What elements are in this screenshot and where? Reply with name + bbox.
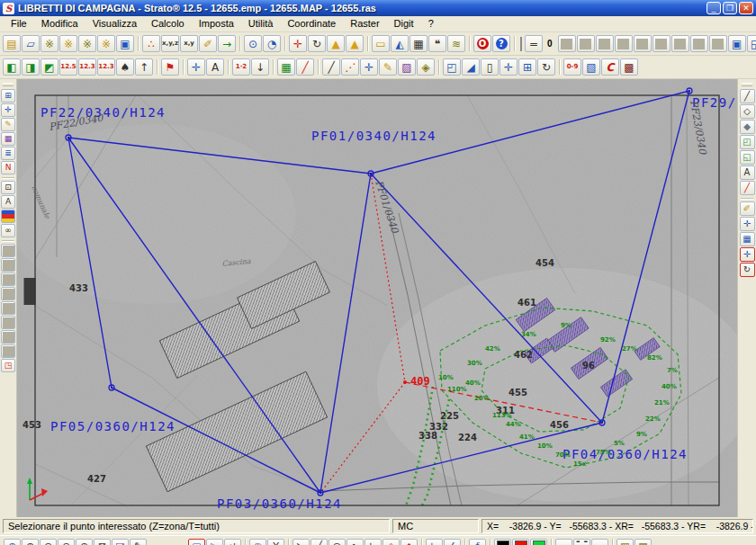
red-segment-icon[interactable]: ╱: [296, 58, 314, 76]
toolbar-handle[interactable]: [3, 83, 14, 86]
zoom-extents-icon[interactable]: ⊠: [94, 539, 111, 545]
eraser-icon[interactable]: ◪: [112, 539, 129, 545]
comment-icon[interactable]: ❝: [428, 35, 446, 52]
help-icon[interactable]: ?: [492, 35, 510, 52]
vertex-edit-icon[interactable]: ⋋: [292, 539, 310, 545]
zoom-search-icon[interactable]: ⊙: [244, 35, 262, 52]
mini-layers-icon[interactable]: ◳: [1, 359, 15, 372]
hatch1-icon[interactable]: ▨: [616, 539, 634, 545]
zoom-previous-icon[interactable]: ⊛: [76, 539, 93, 545]
draw-brush-icon[interactable]: ✎: [379, 58, 397, 76]
axis-l-icon[interactable]: ∟: [426, 539, 443, 545]
menu-file[interactable]: File: [4, 17, 34, 31]
digits-icon[interactable]: 0-9: [563, 58, 581, 76]
close-button[interactable]: ✕: [739, 2, 753, 14]
refresh-ring-icon[interactable]: ◔: [263, 35, 281, 52]
draw-line-icon[interactable]: ╱: [740, 89, 755, 103]
line-weight-icon[interactable]: =: [525, 35, 543, 52]
new-document-icon[interactable]: ▱: [22, 35, 40, 52]
red-point-409[interactable]: [403, 380, 407, 384]
edit-pencil-icon[interactable]: ✐: [199, 35, 217, 52]
line-dotted-icon[interactable]: ·····: [591, 539, 608, 545]
menu-digit[interactable]: Digit: [387, 17, 421, 31]
menu-coordinate[interactable]: Coordinate: [280, 17, 343, 31]
palette-icon[interactable]: ▨: [398, 58, 416, 76]
brush-icon[interactable]: ✐: [740, 201, 755, 216]
segment-icon[interactable]: ╱: [310, 539, 328, 545]
rotate-ring-icon[interactable]: ↻: [308, 35, 326, 52]
points-xyz-icon[interactable]: x,y,z: [161, 35, 179, 52]
measure-line-icon[interactable]: ╱: [322, 58, 340, 76]
move-point-icon[interactable]: ✛: [187, 58, 205, 76]
eye-icon[interactable]: ◉: [249, 539, 266, 545]
restore-button[interactable]: ❐: [723, 2, 737, 14]
move-object-icon[interactable]: ✛: [740, 217, 755, 231]
layers-icon[interactable]: ◱: [747, 35, 756, 52]
move-red-icon[interactable]: ✛: [740, 247, 755, 262]
binoculars-icon[interactable]: ∞: [1, 224, 15, 237]
zoom-plus-icon[interactable]: ⊕: [22, 539, 39, 545]
warning-zone-icon[interactable]: ▲: [327, 35, 345, 52]
station-list-icon[interactable]: ※: [97, 35, 115, 52]
quota-up-icon[interactable]: 12.5: [59, 58, 77, 76]
save-icon[interactable]: ▣: [116, 35, 134, 52]
polygon-close-icon[interactable]: ◆: [400, 539, 418, 545]
station-open-icon[interactable]: ※: [59, 35, 77, 52]
raster-right-icon[interactable]: ◨: [22, 58, 40, 76]
zoom-window-icon[interactable]: ⊞: [1, 89, 15, 103]
text-box-icon[interactable]: A: [206, 58, 224, 76]
tree-icon[interactable]: ♠: [116, 58, 134, 76]
color-red-swatch[interactable]: [512, 539, 529, 545]
pan-icon[interactable]: ✛: [1, 103, 15, 117]
station-new-icon[interactable]: ※: [40, 35, 58, 52]
return-icon[interactable]: ↵: [224, 539, 241, 545]
pattern-icon[interactable]: ◈: [417, 58, 435, 76]
export-icon[interactable]: →: [218, 35, 236, 52]
menu-raster[interactable]: Raster: [343, 17, 386, 31]
red-line-icon[interactable]: ╱: [740, 181, 755, 195]
quota-swap-icon[interactable]: 12.3: [97, 58, 115, 76]
toolbar-handle[interactable]: [742, 83, 752, 86]
raster-left-icon[interactable]: ◧: [3, 58, 21, 76]
drop-point-icon[interactable]: ↓: [251, 58, 269, 76]
station-edit-icon[interactable]: ※: [78, 35, 96, 52]
color-green-swatch[interactable]: [530, 539, 547, 545]
flag-icon[interactable]: ⚑: [161, 58, 179, 76]
menu-modifica[interactable]: Modifica: [34, 17, 86, 31]
curve-f-icon[interactable]: ƒ: [469, 539, 486, 545]
current-color-swatch[interactable]: [520, 37, 522, 51]
label-a-icon[interactable]: A: [1, 195, 15, 209]
slope-icon[interactable]: ◢: [462, 58, 480, 76]
zoom-dynamic-icon[interactable]: ⊙: [58, 539, 75, 545]
move-cross-icon[interactable]: ✛: [289, 35, 307, 52]
raster-image-icon[interactable]: ▣: [728, 35, 746, 52]
points-view-icon[interactable]: ∴: [142, 35, 160, 52]
dark-grid-icon[interactable]: ▩: [620, 58, 638, 76]
pencil-icon[interactable]: ✎: [130, 539, 147, 545]
small-grid-icon[interactable]: ▦: [740, 232, 755, 246]
hatch2-icon[interactable]: ▩: [634, 539, 652, 545]
move-all-icon[interactable]: ✛: [360, 58, 378, 76]
renumber-icon[interactable]: 1·2: [232, 58, 250, 76]
north-n-icon[interactable]: N: [1, 161, 15, 174]
raster-frame-icon[interactable]: ▦: [277, 58, 295, 76]
arc-icon[interactable]: ◠: [328, 539, 346, 545]
zoom-out-icon[interactable]: ⊖: [40, 539, 57, 545]
color-black-swatch[interactable]: [494, 539, 511, 545]
quota-down-icon[interactable]: 12.3: [78, 58, 96, 76]
survey-map[interactable]: 409 PF22/0340/H124PF01/0340/H124PF29/lPF…: [17, 79, 737, 517]
text-a-icon[interactable]: A: [740, 165, 755, 180]
paste-object-icon[interactable]: ◱: [740, 150, 755, 165]
area-icon[interactable]: ▧: [582, 58, 600, 76]
add-point-icon[interactable]: ✎: [1, 118, 15, 131]
copy-object-icon[interactable]: ◰: [740, 135, 755, 149]
select-arrow-icon[interactable]: ▷: [206, 539, 223, 545]
angle-icon[interactable]: ∟: [364, 539, 382, 545]
text-lines-icon[interactable]: ≣: [1, 147, 15, 160]
menu-visualizza[interactable]: Visualizza: [86, 17, 144, 31]
libretti-table-icon[interactable]: ▤: [3, 35, 21, 52]
rotate-red-icon[interactable]: ↻: [740, 263, 755, 277]
menu-imposta[interactable]: Imposta: [192, 17, 241, 31]
menu-calcolo[interactable]: Calcolo: [144, 17, 192, 31]
filter-icon[interactable]: Y: [267, 539, 284, 545]
